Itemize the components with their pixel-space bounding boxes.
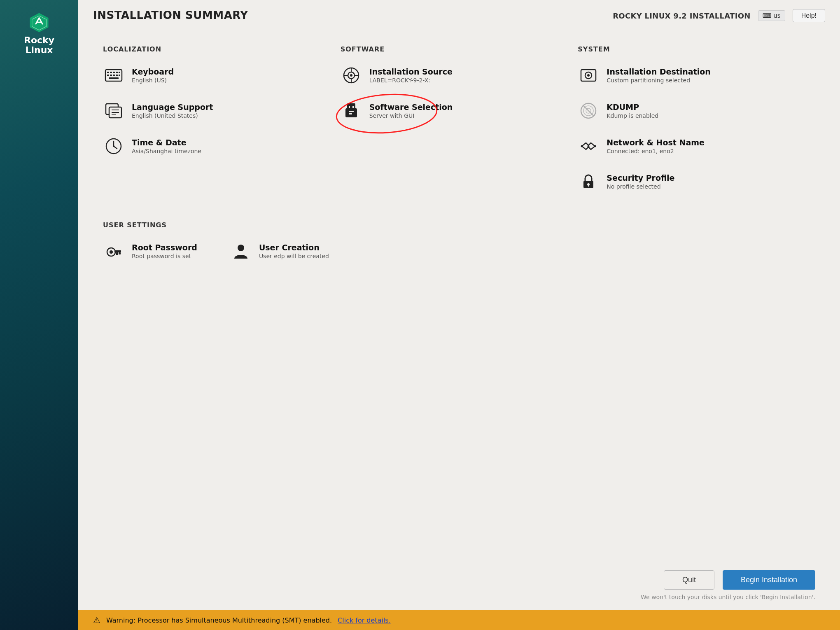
root-password-item[interactable]: Root Password Root password is set [103,240,197,262]
network-hostname-icon [578,135,599,157]
svg-rect-4 [110,72,112,73]
installation-source-icon [341,65,362,86]
user-creation-item[interactable]: User Creation User edp will be created [230,240,329,262]
user-creation-name: User Creation [259,243,329,252]
software-selection-name: Software Selection [369,103,453,112]
svg-rect-32 [345,108,357,117]
language-badge[interactable]: ⌨ us [758,10,785,21]
svg-point-55 [238,245,244,251]
svg-rect-31 [347,103,355,109]
keyboard-item[interactable]: Keyboard English (US) [103,65,328,86]
root-password-name: Root Password [132,243,197,252]
svg-rect-7 [119,72,120,73]
language-support-icon [103,100,124,121]
network-hostname-text: Network & Host Name Connected: eno1, eno… [607,138,705,155]
svg-point-25 [350,74,352,77]
language-support-item[interactable]: Language Support English (United States) [103,100,328,121]
kdump-name: KDUMP [607,103,658,112]
language-support-sub: English (United States) [132,112,213,119]
svg-rect-9 [110,75,112,76]
user-settings-section: USER SETTINGS Root Password [103,221,815,262]
software-items: Installation Source LABEL=ROCKY-9-2-X: [341,65,566,121]
help-button[interactable]: Help! [793,9,825,22]
time-date-sub: Asia/Shanghai timezone [132,148,201,154]
user-settings-items: Root Password Root password is set User … [103,240,815,262]
root-password-icon [103,240,124,262]
svg-rect-54 [116,252,118,255]
installation-source-text: Installation Source LABEL=ROCKY-9-2-X: [369,67,453,84]
software-selection-sub: Server with GUI [369,112,453,119]
kdump-sub: Kdump is enabled [607,112,658,119]
software-selection-item[interactable]: Software Selection Server with GUI [341,100,566,121]
installation-destination-item[interactable]: Installation Destination Custom partitio… [578,65,803,86]
warning-link[interactable]: Click for details. [338,616,391,624]
system-items: Installation Destination Custom partitio… [578,65,803,192]
svg-point-39 [587,74,590,77]
keyboard-sub: English (US) [132,77,174,84]
user-creation-icon [230,240,252,262]
svg-rect-11 [116,75,118,76]
svg-point-46 [588,145,590,147]
system-title: SYSTEM [578,45,803,53]
user-settings-title: USER SETTINGS [103,221,815,229]
kdump-icon [578,100,599,121]
time-date-text: Time & Date Asia/Shanghai timezone [132,138,201,155]
svg-rect-52 [114,250,121,252]
svg-rect-8 [107,75,109,76]
warning-bar: ⚠ Warning: Processor has Simultaneous Mu… [78,610,840,630]
time-date-item[interactable]: Time & Date Asia/Shanghai timezone [103,135,328,157]
root-password-sub: Root password is set [132,253,197,259]
warning-icon: ⚠ [93,615,100,625]
root-password-text: Root Password Root password is set [132,243,197,260]
installation-destination-text: Installation Destination Custom partitio… [607,67,711,84]
security-profile-name: Security Profile [607,173,674,183]
svg-point-44 [581,145,583,147]
svg-rect-33 [349,106,350,108]
installation-destination-name: Installation Destination [607,67,711,77]
network-hostname-sub: Connected: eno1, eno2 [607,148,705,154]
time-date-icon [103,135,124,157]
security-profile-text: Security Profile No profile selected [607,173,674,190]
language-support-text: Language Support English (United States) [132,103,213,119]
svg-rect-34 [352,106,354,108]
software-title: SOFTWARE [341,45,566,53]
language-support-name: Language Support [132,103,213,112]
svg-point-22 [113,145,114,147]
security-profile-item[interactable]: Security Profile No profile selected [578,171,803,192]
installation-destination-sub: Custom partitioning selected [607,77,711,84]
security-profile-icon [578,171,599,192]
content-area: LOCALIZATION [78,29,840,562]
page-title: INSTALLATION SUMMARY [93,9,248,21]
rocky-linux-logo [28,12,50,33]
user-creation-sub: User edp will be created [259,253,329,259]
svg-rect-49 [588,184,589,187]
begin-installation-button[interactable]: Begin Installation [723,570,815,590]
software-selection-icon [341,100,362,121]
bottom-area: Quit Begin Installation We won't touch y… [78,562,840,610]
software-section: SOFTWARE [341,45,578,205]
installation-source-name: Installation Source [369,67,453,77]
installation-source-item[interactable]: Installation Source LABEL=ROCKY-9-2-X: [341,65,566,86]
network-hostname-item[interactable]: Network & Host Name Connected: eno1, eno… [578,135,803,157]
kdump-item[interactable]: KDUMP Kdump is enabled [578,100,803,121]
header: INSTALLATION SUMMARY ROCKY LINUX 9.2 INS… [78,0,840,29]
user-creation-text: User Creation User edp will be created [259,243,329,260]
keyboard-text: Keyboard English (US) [132,67,174,84]
button-row: Quit Begin Installation [103,570,815,590]
sections-grid: LOCALIZATION [103,45,815,205]
svg-rect-53 [119,252,121,254]
svg-rect-35 [349,111,354,112]
localization-section: LOCALIZATION [103,45,341,205]
logo-text: Rocky Linux [24,35,54,55]
software-selection-text: Software Selection Server with GUI [369,103,453,119]
svg-point-51 [110,250,113,254]
disclaimer-text: We won't touch your disks until you clic… [103,594,815,600]
product-title: ROCKY LINUX 9.2 INSTALLATION [613,12,751,20]
logo-area: Rocky Linux [24,12,54,55]
svg-rect-5 [113,72,115,73]
quit-button[interactable]: Quit [664,570,714,590]
time-date-name: Time & Date [132,138,201,147]
header-right: ROCKY LINUX 9.2 INSTALLATION ⌨ us Help! [613,9,825,22]
keyboard-icon [103,65,124,86]
keyboard-name: Keyboard [132,67,174,77]
